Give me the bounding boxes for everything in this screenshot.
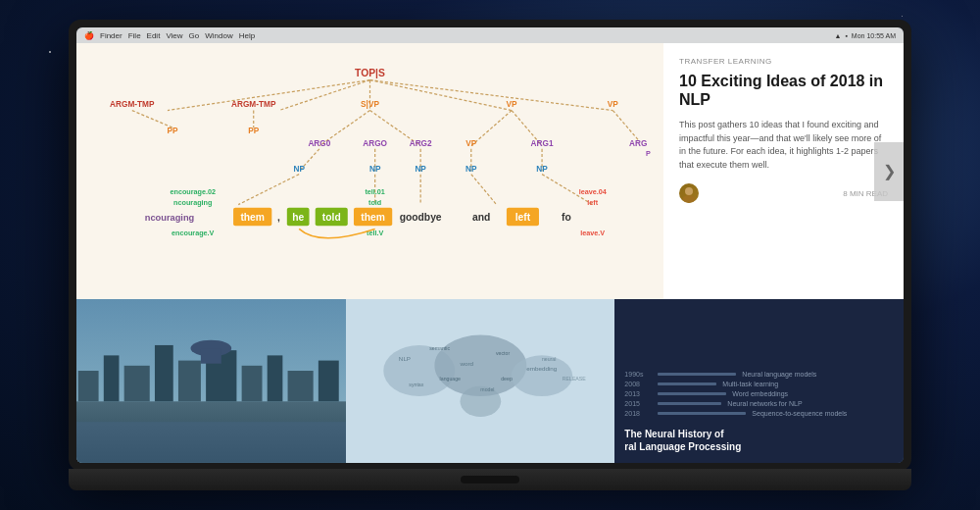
svg-rect-40 (288, 371, 314, 401)
node-vp1: VP (507, 100, 518, 109)
node-np5: NP (536, 165, 548, 174)
article-title: 10 Exciting Ideas of 2018 in NLP (679, 72, 888, 109)
node-np2: NP (369, 165, 381, 174)
content-row-bottom: NLP semantic word vector embedding langu… (76, 299, 904, 463)
menu-go[interactable]: Go (189, 31, 200, 40)
node-arg0a: ARG0 (308, 139, 330, 148)
apple-menu[interactable]: 🍎 (84, 31, 94, 40)
svg-line-17 (238, 175, 299, 205)
svg-rect-41 (318, 361, 339, 402)
node-pp1: PP (168, 127, 179, 135)
article-body: This post gathers 10 ideas that I found … (679, 119, 888, 172)
leave-v: leave.V (580, 229, 605, 237)
menubar-left: 🍎 Finder File Edit View Go Window Help (84, 31, 255, 40)
token-left: left (515, 212, 531, 223)
year-2: 2008 (624, 381, 652, 387)
menu-edit[interactable]: Edit (147, 31, 161, 40)
svg-rect-33 (104, 355, 120, 401)
bar-2 (658, 382, 716, 385)
svg-line-9 (471, 111, 512, 146)
token-them-1: them (240, 212, 265, 223)
token-them-2: them (361, 212, 385, 223)
node-svp: S|VP (361, 100, 379, 109)
city-svg (76, 299, 346, 463)
timeline-item-1: 1990s Neural language models (624, 371, 894, 378)
map-word9: neural (542, 356, 556, 362)
dark-card-title: The Neural History ofral Language Proces… (624, 428, 894, 453)
token-and: and (472, 212, 490, 223)
svg-point-28 (685, 187, 693, 195)
svg-rect-32 (78, 371, 99, 401)
year-3: 2013 (624, 390, 652, 397)
verb-leave: leave.04 (579, 187, 607, 196)
battery-icon: ▪ (845, 32, 847, 39)
arc-curve (299, 229, 374, 237)
node-arg1a: ARG1 (531, 139, 554, 148)
article-panel: TRANSFER LEARNING 10 Exciting Ideas of 2… (663, 43, 904, 299)
svg-line-5 (132, 111, 172, 128)
menu-file[interactable]: File (128, 31, 141, 40)
nlp-diagram-panel: .dotline { stroke: #c8a060; stroke-width… (76, 43, 663, 299)
year-5: 2018 (624, 410, 652, 417)
node-tops: TOP|S (355, 68, 385, 78)
node-np1: NP (293, 165, 305, 174)
timeline-item-2: 2008 Multi-task learning (624, 381, 894, 387)
svg-line-20 (471, 175, 497, 205)
node-p-partial: P (646, 149, 651, 158)
label-3: Word embeddings (732, 390, 788, 397)
node-argm2: ARGM-TMP (231, 100, 276, 109)
verb-encouraging: ncouraging (173, 198, 212, 207)
browser-area: .dotline { stroke: #c8a060; stroke-width… (76, 43, 904, 463)
menu-view[interactable]: View (166, 31, 182, 40)
map-word10: deep (501, 377, 513, 382)
map-svg: NLP semantic word vector embedding langu… (346, 299, 615, 463)
desktop: 🍎 Finder File Edit View Go Window Help ▲… (0, 0, 980, 510)
svg-rect-35 (155, 345, 173, 401)
node-np4: NP (466, 165, 477, 174)
city-bg (76, 299, 346, 463)
svg-rect-38 (242, 366, 263, 402)
verb-encourage: encourage.02 (170, 187, 216, 196)
svg-rect-44 (76, 422, 346, 463)
label-1: Neural language models (742, 371, 816, 378)
node-vp3: VP (466, 139, 477, 148)
node-np3: NP (415, 165, 426, 174)
content-row-top: .dotline { stroke: #c8a060; stroke-width… (76, 43, 904, 299)
year-1: 1990s (624, 371, 652, 378)
bar-5 (658, 412, 746, 415)
token-fo: fo (562, 212, 571, 223)
menu-help[interactable]: Help (239, 31, 255, 40)
timeline-item-3: 2013 Word embeddings (624, 390, 894, 397)
svg-rect-36 (178, 361, 201, 402)
menubar-right: ▲ ▪ Mon 10:55 AM (834, 32, 896, 39)
menu-finder[interactable]: Finder (100, 31, 122, 40)
author-avatar (679, 183, 699, 203)
svg-point-29 (683, 195, 695, 203)
token-he: he (292, 212, 304, 223)
verb-left: left (587, 198, 598, 207)
map-word1: NLP (399, 355, 411, 362)
label-5: Sequence-to-sequence models (752, 410, 847, 417)
map-word2: semantic (429, 345, 450, 351)
svg-rect-34 (124, 366, 150, 402)
svg-line-1 (279, 80, 370, 111)
bar-3 (658, 392, 726, 395)
map-word7: model (480, 386, 494, 392)
node-arg2: ARG2 (410, 139, 432, 148)
timeline-item-4: 2015 Neural networks for NLP (624, 400, 894, 407)
map-word11: RELEASE (562, 377, 586, 382)
map-word5: embedding (526, 365, 557, 372)
svg-line-3 (370, 80, 513, 111)
next-button[interactable]: ❯ (874, 142, 904, 201)
menu-window[interactable]: Window (205, 31, 232, 40)
token-ncouraging: ncouraging (145, 213, 195, 223)
node-vp2: VP (608, 100, 619, 109)
bottom-card-city (76, 299, 346, 463)
encourage-v: encourage.V (172, 229, 215, 237)
node-pp2: PP (248, 127, 260, 135)
label-4: Neural networks for NLP (727, 400, 802, 407)
bottom-card-dark: 1990s Neural language models 2008 Multi-… (614, 299, 904, 463)
laptop-screen: 🍎 Finder File Edit View Go Window Help ▲… (69, 20, 911, 471)
map-word4: vector (496, 350, 510, 356)
bottom-card-map: NLP semantic word vector embedding langu… (346, 299, 615, 463)
